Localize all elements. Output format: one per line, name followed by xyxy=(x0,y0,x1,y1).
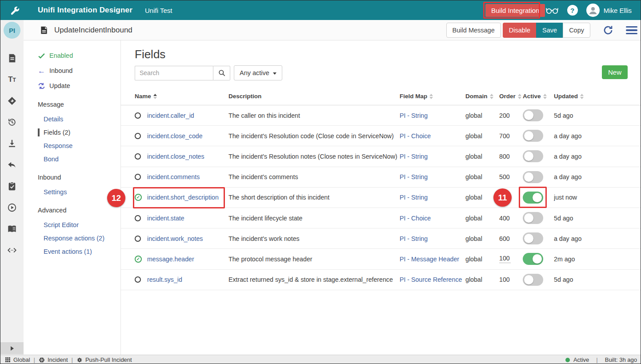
table-row: incident.comments The incident's comment… xyxy=(121,167,641,188)
field-map-link[interactable]: PI - Source Reference xyxy=(400,276,465,283)
field-map-link[interactable]: PI - Message Header xyxy=(400,256,465,263)
play-icon[interactable] xyxy=(7,202,17,213)
field-domain: global xyxy=(465,153,499,160)
column-header-active[interactable]: Active xyxy=(523,93,554,100)
active-toggle[interactable] xyxy=(523,130,543,142)
column-header-order[interactable]: Order xyxy=(499,93,523,100)
nav-item-response[interactable]: Response xyxy=(44,141,120,151)
directions-icon[interactable] xyxy=(7,96,17,106)
undo-icon[interactable] xyxy=(7,160,17,170)
active-toggle[interactable] xyxy=(523,232,543,244)
wrench-icon xyxy=(9,5,20,16)
copy-button[interactable]: Copy xyxy=(563,23,590,38)
field-name-link[interactable]: message.header xyxy=(147,256,228,263)
user-menu[interactable]: Mike Ellis xyxy=(586,4,632,17)
download-icon[interactable] xyxy=(7,138,17,149)
active-filter-dropdown[interactable]: Any active xyxy=(234,65,282,80)
documentation-icon[interactable] xyxy=(7,224,17,234)
column-header-domain[interactable]: Domain xyxy=(465,93,499,100)
nav-item-response-actions[interactable]: Response actions (2) xyxy=(44,233,120,243)
field-name-link[interactable]: incident.work_notes xyxy=(147,235,228,242)
table-row: incident.state The incident lifecycle st… xyxy=(121,208,641,228)
process-item[interactable]: Push-Pull Incident xyxy=(76,356,132,363)
menu-button[interactable] xyxy=(626,26,637,35)
field-updated: 5d ago xyxy=(554,112,632,119)
field-map-link[interactable]: PI - String xyxy=(400,194,465,201)
nav-item-script-editor[interactable]: Script Editor xyxy=(44,220,120,230)
field-order[interactable]: 100 xyxy=(499,255,523,263)
field-domain: global xyxy=(465,276,499,283)
active-toggle[interactable] xyxy=(523,171,543,183)
active-toggle[interactable] xyxy=(523,150,543,162)
tasks-icon[interactable] xyxy=(7,181,17,192)
field-map-link[interactable]: PI - Choice xyxy=(400,132,465,140)
field-status-icon xyxy=(135,133,141,139)
workspace-item[interactable]: Global xyxy=(5,356,30,363)
field-name-link[interactable]: incident.state xyxy=(147,215,228,222)
active-toggle[interactable] xyxy=(523,109,543,121)
search-button[interactable] xyxy=(213,66,230,80)
glasses-icon[interactable] xyxy=(545,6,559,14)
help-icon[interactable]: ? xyxy=(567,5,578,16)
search-input[interactable] xyxy=(135,66,213,80)
search-icon xyxy=(218,69,226,77)
build-integration-button[interactable]: Build Integration xyxy=(485,4,545,17)
column-header-name[interactable]: Name xyxy=(135,93,228,100)
status-action: Update xyxy=(38,80,120,91)
field-map-link[interactable]: PI - String xyxy=(400,235,465,242)
field-updated: a day ago xyxy=(554,235,632,242)
field-map-link[interactable]: PI - String xyxy=(400,173,465,180)
field-name-link[interactable]: incident.close_notes xyxy=(147,153,228,160)
sort-icon xyxy=(429,94,433,99)
new-button[interactable]: New xyxy=(602,65,628,79)
rail-document-icon[interactable] xyxy=(7,53,17,64)
record-toolbar: UpdateIncidentInbound Build Message Disa… xyxy=(24,20,641,40)
field-status-icon xyxy=(135,112,141,119)
history-icon[interactable] xyxy=(7,117,17,128)
refresh-button[interactable] xyxy=(603,25,613,36)
sort-icon xyxy=(153,94,157,99)
nav-item-bond[interactable]: Bond xyxy=(44,154,120,164)
field-map-link[interactable]: PI - String xyxy=(400,153,465,160)
nav-item-details[interactable]: Details xyxy=(44,114,120,124)
column-header-description[interactable]: Description xyxy=(228,93,400,100)
active-toggle[interactable] xyxy=(523,274,543,286)
fields-table: incident.caller_id The caller on this in… xyxy=(121,105,641,290)
save-button[interactable]: Save xyxy=(536,23,563,38)
expand-rail-button[interactable] xyxy=(0,342,24,354)
code-icon[interactable] xyxy=(7,245,17,256)
active-toggle[interactable] xyxy=(523,192,543,204)
document-icon xyxy=(40,26,48,35)
sort-icon xyxy=(490,94,493,99)
sort-icon xyxy=(518,94,521,99)
field-description: Extract returned sys_id & store in stage… xyxy=(228,276,400,283)
field-name-link[interactable]: incident.short_description xyxy=(147,194,228,201)
disable-button[interactable]: Disable xyxy=(503,23,536,38)
column-header-field-map[interactable]: Field Map xyxy=(400,93,465,100)
table-row: incident.caller_id The caller on this in… xyxy=(121,105,641,126)
field-name-link[interactable]: incident.comments xyxy=(147,173,228,180)
column-header-updated[interactable]: Updated xyxy=(554,93,632,100)
build-message-button[interactable]: Build Message xyxy=(446,23,501,38)
field-name-link[interactable]: result.sys_id xyxy=(147,276,228,283)
environment-tab[interactable]: Unifi Test xyxy=(145,7,172,14)
menu-icon xyxy=(626,26,637,35)
field-map-link[interactable]: PI - String xyxy=(400,112,465,119)
active-toggle[interactable] xyxy=(523,212,543,224)
active-toggle[interactable] xyxy=(523,253,543,265)
field-name-link[interactable]: incident.caller_id xyxy=(147,112,228,119)
table-row: incident.close_notes The incident's Reso… xyxy=(121,146,641,167)
field-map-link[interactable]: PI - Choice xyxy=(400,215,465,222)
table-row: incident.close_code The incident's Resol… xyxy=(121,126,641,146)
update-icon xyxy=(38,82,45,90)
field-status-icon xyxy=(135,153,141,160)
text-format-icon[interactable]: TT xyxy=(7,74,17,85)
app-scope-item[interactable]: Incident xyxy=(39,356,68,363)
nav-item-event-actions[interactable]: Event actions (1) xyxy=(44,247,120,256)
record-title: UpdateIncidentInbound xyxy=(54,26,132,35)
field-name-link[interactable]: incident.close_code xyxy=(147,132,228,140)
nav-item-settings[interactable]: Settings xyxy=(44,187,120,197)
field-order: 800 xyxy=(499,153,523,160)
field-domain: global xyxy=(465,132,499,140)
nav-item-fields[interactable]: Fields (2) xyxy=(44,128,120,137)
